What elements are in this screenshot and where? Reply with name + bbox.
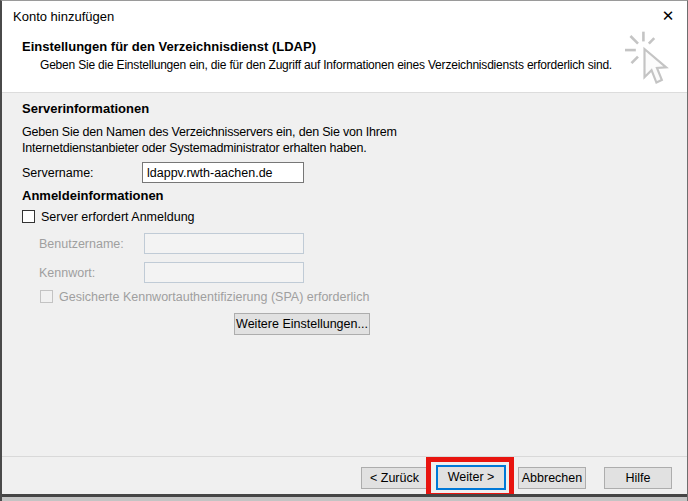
spa-checkbox [40,290,53,303]
server-section-heading: Serverinformationen [22,101,149,116]
wizard-header-title: Einstellungen für den Verzeichnisdienst … [22,39,316,54]
window-title: Konto hinzufügen [13,9,114,24]
password-input [144,262,304,283]
help-button[interactable]: Hilfe [604,467,672,489]
next-button[interactable]: Weiter > [436,465,506,490]
window-bottom-shadow [2,497,687,501]
servername-input[interactable] [142,162,304,183]
wizard-header: Einstellungen für den Verzeichnisdienst … [2,31,687,93]
close-icon[interactable]: ✕ [657,6,679,26]
click-cursor-icon [625,31,677,93]
require-login-checkbox[interactable] [22,210,35,223]
servername-label: Servername: [22,166,94,180]
wizard-header-description: Geben Sie die Einstellungen ein, die für… [40,58,612,72]
spa-label: Gesicherte Kennwortauthentifizierung (SP… [59,290,369,304]
add-account-dialog: Konto hinzufügen ✕ Einstellungen für den… [0,0,688,501]
cancel-button[interactable]: Abbrechen [518,467,586,489]
login-section-heading: Anmeldeinformationen [22,188,164,203]
title-bar: Konto hinzufügen ✕ [2,1,687,31]
dialog-body: Serverinformationen Geben Sie den Namen … [2,94,687,456]
username-label: Benutzername: [39,237,124,251]
username-input [144,233,304,254]
footer-divider [2,456,687,457]
more-settings-button[interactable]: Weitere Einstellungen... [234,313,370,335]
password-label: Kennwort: [39,266,95,280]
server-instruction: Geben Sie den Namen des Verzeichnisserve… [22,124,412,156]
require-login-label: Server erfordert Anmeldung [41,210,195,224]
back-button[interactable]: < Zurück [361,467,428,489]
